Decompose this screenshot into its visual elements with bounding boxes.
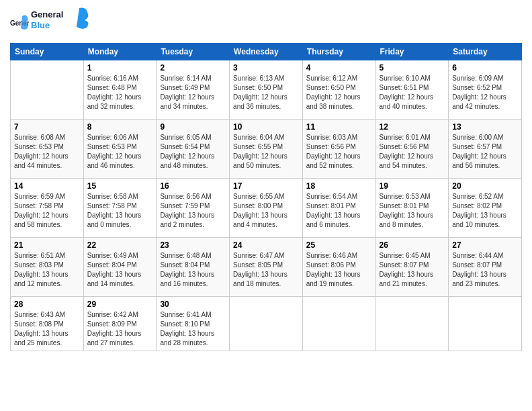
calendar-cell: 16Sunrise: 6:56 AMSunset: 7:59 PMDayligh… bbox=[157, 179, 230, 238]
day-info: Sunrise: 6:09 AMSunset: 6:52 PMDaylight:… bbox=[452, 74, 518, 111]
calendar-header-tuesday: Tuesday bbox=[157, 44, 230, 60]
calendar-cell: 20Sunrise: 6:52 AMSunset: 8:02 PMDayligh… bbox=[449, 179, 522, 238]
calendar-header-saturday: Saturday bbox=[449, 44, 522, 60]
calendar-cell: 29Sunrise: 6:42 AMSunset: 8:09 PMDayligh… bbox=[83, 297, 157, 351]
day-info: Sunrise: 6:06 AMSunset: 6:53 PMDaylight:… bbox=[87, 133, 153, 171]
day-info: Sunrise: 6:52 AMSunset: 8:02 PMDaylight:… bbox=[452, 192, 518, 230]
day-number: 6 bbox=[452, 63, 518, 73]
calendar-cell: 3Sunrise: 6:13 AMSunset: 6:50 PMDaylight… bbox=[230, 60, 303, 120]
calendar-cell: 24Sunrise: 6:47 AMSunset: 8:05 PMDayligh… bbox=[230, 238, 303, 297]
day-info: Sunrise: 6:55 AMSunset: 8:00 PMDaylight:… bbox=[233, 192, 299, 230]
calendar-header-monday: Monday bbox=[83, 44, 157, 60]
day-info: Sunrise: 6:56 AMSunset: 7:59 PMDaylight:… bbox=[160, 192, 226, 230]
calendar-cell: 17Sunrise: 6:55 AMSunset: 8:00 PMDayligh… bbox=[230, 179, 303, 238]
day-number: 1 bbox=[87, 63, 153, 73]
calendar-week-row-3: 14Sunrise: 6:59 AMSunset: 7:58 PMDayligh… bbox=[11, 179, 522, 238]
calendar-cell: 22Sunrise: 6:49 AMSunset: 8:04 PMDayligh… bbox=[83, 238, 157, 297]
day-info: Sunrise: 6:43 AMSunset: 8:08 PMDaylight:… bbox=[14, 310, 80, 348]
calendar-week-row-2: 7Sunrise: 6:08 AMSunset: 6:53 PMDaylight… bbox=[11, 120, 522, 179]
day-number: 2 bbox=[160, 63, 226, 73]
calendar-cell: 11Sunrise: 6:03 AMSunset: 6:56 PMDayligh… bbox=[302, 120, 375, 179]
day-number: 13 bbox=[452, 122, 518, 132]
calendar-cell bbox=[449, 297, 522, 351]
calendar-cell: 1Sunrise: 6:16 AMSunset: 6:48 PMDaylight… bbox=[83, 60, 157, 120]
day-info: Sunrise: 6:01 AMSunset: 6:56 PMDaylight:… bbox=[380, 133, 445, 171]
day-number: 30 bbox=[160, 300, 226, 309]
day-number: 15 bbox=[87, 181, 153, 191]
calendar-header-row: SundayMondayTuesdayWednesdayThursdayFrid… bbox=[11, 44, 522, 60]
calendar-header-thursday: Thursday bbox=[302, 44, 375, 60]
day-info: Sunrise: 6:54 AMSunset: 8:01 PMDaylight:… bbox=[306, 192, 372, 230]
calendar-cell bbox=[11, 60, 84, 120]
calendar-cell: 26Sunrise: 6:45 AMSunset: 8:07 PMDayligh… bbox=[375, 238, 449, 297]
calendar-cell: 5Sunrise: 6:10 AMSunset: 6:51 PMDaylight… bbox=[375, 60, 449, 120]
day-number: 9 bbox=[160, 122, 226, 132]
calendar-cell: 4Sunrise: 6:12 AMSunset: 6:50 PMDaylight… bbox=[302, 60, 375, 120]
calendar-cell bbox=[302, 297, 375, 351]
day-number: 22 bbox=[87, 240, 153, 250]
calendar-header-friday: Friday bbox=[375, 44, 449, 60]
day-info: Sunrise: 6:45 AMSunset: 8:07 PMDaylight:… bbox=[380, 251, 445, 289]
day-number: 28 bbox=[14, 300, 80, 309]
day-number: 12 bbox=[380, 122, 445, 132]
day-info: Sunrise: 6:58 AMSunset: 7:58 PMDaylight:… bbox=[87, 192, 153, 230]
calendar-cell: 14Sunrise: 6:59 AMSunset: 7:58 PMDayligh… bbox=[11, 179, 84, 238]
day-info: Sunrise: 6:53 AMSunset: 8:01 PMDaylight:… bbox=[380, 192, 445, 230]
day-info: Sunrise: 6:42 AMSunset: 8:09 PMDaylight:… bbox=[87, 310, 153, 348]
day-number: 14 bbox=[14, 181, 80, 191]
day-number: 5 bbox=[380, 63, 445, 73]
svg-text:General: General bbox=[31, 9, 63, 19]
calendar-cell bbox=[230, 297, 303, 351]
calendar-cell: 15Sunrise: 6:58 AMSunset: 7:58 PMDayligh… bbox=[83, 179, 157, 238]
svg-text:Blue: Blue bbox=[31, 20, 50, 30]
day-info: Sunrise: 6:05 AMSunset: 6:54 PMDaylight:… bbox=[160, 133, 226, 171]
calendar-cell: 18Sunrise: 6:54 AMSunset: 8:01 PMDayligh… bbox=[302, 179, 375, 238]
logo-text: General Blue bbox=[31, 7, 91, 36]
day-info: Sunrise: 6:10 AMSunset: 6:51 PMDaylight:… bbox=[380, 74, 445, 111]
day-info: Sunrise: 6:59 AMSunset: 7:58 PMDaylight:… bbox=[14, 192, 80, 230]
day-number: 17 bbox=[233, 181, 299, 191]
day-info: Sunrise: 6:03 AMSunset: 6:56 PMDaylight:… bbox=[306, 133, 372, 171]
calendar-cell: 8Sunrise: 6:06 AMSunset: 6:53 PMDaylight… bbox=[83, 120, 157, 179]
calendar-cell: 28Sunrise: 6:43 AMSunset: 8:08 PMDayligh… bbox=[11, 297, 84, 351]
day-info: Sunrise: 6:12 AMSunset: 6:50 PMDaylight:… bbox=[306, 74, 372, 111]
day-info: Sunrise: 6:14 AMSunset: 6:49 PMDaylight:… bbox=[160, 74, 226, 111]
calendar-cell: 2Sunrise: 6:14 AMSunset: 6:49 PMDaylight… bbox=[157, 60, 230, 120]
day-info: Sunrise: 6:16 AMSunset: 6:48 PMDaylight:… bbox=[87, 74, 153, 111]
day-number: 25 bbox=[306, 240, 372, 250]
day-info: Sunrise: 6:41 AMSunset: 8:10 PMDaylight:… bbox=[160, 310, 226, 348]
calendar-cell: 13Sunrise: 6:00 AMSunset: 6:57 PMDayligh… bbox=[449, 120, 522, 179]
day-number: 27 bbox=[452, 240, 518, 250]
calendar-cell: 10Sunrise: 6:04 AMSunset: 6:55 PMDayligh… bbox=[230, 120, 303, 179]
day-info: Sunrise: 6:49 AMSunset: 8:04 PMDaylight:… bbox=[87, 251, 153, 289]
calendar-cell: 25Sunrise: 6:46 AMSunset: 8:06 PMDayligh… bbox=[302, 238, 375, 297]
day-number: 7 bbox=[14, 122, 80, 132]
day-number: 24 bbox=[233, 240, 299, 250]
day-info: Sunrise: 6:08 AMSunset: 6:53 PMDaylight:… bbox=[14, 133, 80, 171]
logo: General General Blue bbox=[10, 7, 91, 36]
calendar-cell: 23Sunrise: 6:48 AMSunset: 8:04 PMDayligh… bbox=[157, 238, 230, 297]
day-info: Sunrise: 6:13 AMSunset: 6:50 PMDaylight:… bbox=[233, 74, 299, 111]
day-number: 20 bbox=[452, 181, 518, 191]
calendar-cell: 21Sunrise: 6:51 AMSunset: 8:03 PMDayligh… bbox=[11, 238, 84, 297]
calendar-week-row-5: 28Sunrise: 6:43 AMSunset: 8:08 PMDayligh… bbox=[11, 297, 522, 351]
day-number: 26 bbox=[380, 240, 445, 250]
day-info: Sunrise: 6:51 AMSunset: 8:03 PMDaylight:… bbox=[14, 251, 80, 289]
day-number: 16 bbox=[160, 181, 226, 191]
day-number: 8 bbox=[87, 122, 153, 132]
page-header: General General Blue bbox=[10, 7, 522, 36]
day-number: 23 bbox=[160, 240, 226, 250]
calendar-cell: 30Sunrise: 6:41 AMSunset: 8:10 PMDayligh… bbox=[157, 297, 230, 351]
calendar-header-wednesday: Wednesday bbox=[230, 44, 303, 60]
calendar-cell: 9Sunrise: 6:05 AMSunset: 6:54 PMDaylight… bbox=[157, 120, 230, 179]
day-number: 29 bbox=[87, 300, 153, 309]
calendar-cell: 27Sunrise: 6:44 AMSunset: 8:07 PMDayligh… bbox=[449, 238, 522, 297]
calendar-header-sunday: Sunday bbox=[11, 44, 84, 60]
day-number: 3 bbox=[233, 63, 299, 73]
page-container: General General Blue SundayMondayTuesday… bbox=[0, 0, 532, 358]
day-number: 10 bbox=[233, 122, 299, 132]
day-info: Sunrise: 6:04 AMSunset: 6:55 PMDaylight:… bbox=[233, 133, 299, 171]
calendar-week-row-4: 21Sunrise: 6:51 AMSunset: 8:03 PMDayligh… bbox=[11, 238, 522, 297]
calendar-cell: 12Sunrise: 6:01 AMSunset: 6:56 PMDayligh… bbox=[375, 120, 449, 179]
day-number: 21 bbox=[14, 240, 80, 250]
